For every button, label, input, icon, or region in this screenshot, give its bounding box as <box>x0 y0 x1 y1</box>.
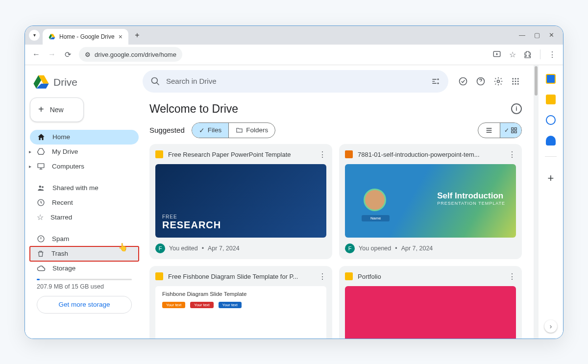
search-options-icon[interactable] <box>431 76 441 86</box>
more-options-icon[interactable]: ⋮ <box>318 272 326 281</box>
list-view-button[interactable] <box>478 123 500 138</box>
settings-icon[interactable] <box>493 76 503 86</box>
drive-logo[interactable]: Drive <box>30 70 139 97</box>
sidebar-item-trash[interactable]: Trash <box>30 246 139 261</box>
svg-point-6 <box>152 77 158 83</box>
maximize-button[interactable]: ▢ <box>534 31 540 39</box>
back-button[interactable]: ← <box>32 50 41 59</box>
file-card[interactable]: 7881-01-self-introduction-powerpoint-tem… <box>339 144 522 259</box>
plus-icon: + <box>38 104 44 115</box>
app-window: ▾ Home - Google Drive × + — ▢ ✕ ← → ⟳ ⚙ … <box>24 25 564 339</box>
folders-toggle[interactable]: Folders <box>228 123 275 138</box>
files-label: Files <box>208 126 222 134</box>
file-thumbnail: Name Self Introduction PRESENTATION TEMP… <box>345 164 516 238</box>
keep-icon[interactable] <box>546 95 556 104</box>
svg-point-7 <box>460 77 467 85</box>
sidebar-item-label: Shared with me <box>52 184 98 192</box>
new-tab-button[interactable]: + <box>130 28 144 42</box>
svg-point-18 <box>517 83 519 84</box>
file-title: Free Fishbone Diagram Slide Template for… <box>168 273 314 280</box>
sidebar-item-computers[interactable]: ▸ Computers <box>30 159 139 174</box>
tab-search-button[interactable]: ▾ <box>29 30 40 41</box>
help-icon[interactable] <box>476 76 486 86</box>
search-input[interactable]: Search in Drive <box>143 70 448 93</box>
file-card[interactable]: Free Fishbone Diagram Slide Template for… <box>149 266 332 339</box>
site-settings-icon[interactable]: ⚙ <box>85 51 91 58</box>
url-field[interactable]: ⚙ drive.google.com/drive/home <box>79 47 182 62</box>
svg-point-12 <box>517 78 519 79</box>
close-window-button[interactable]: ✕ <box>549 31 554 39</box>
info-button[interactable]: i <box>511 103 522 114</box>
sidebar-item-label: Computers <box>52 163 84 170</box>
scrollbar-thumb[interactable] <box>535 66 538 96</box>
check-icon: ✓ <box>199 126 205 134</box>
side-panel: + › <box>539 65 563 339</box>
check-icon: ✓ <box>504 127 509 134</box>
list-icon <box>485 126 493 134</box>
sidebar-item-shared[interactable]: Shared with me <box>30 181 139 195</box>
get-more-storage-button[interactable]: Get more storage <box>37 296 132 314</box>
contacts-icon[interactable] <box>546 136 556 146</box>
grid-view-button[interactable]: ✓ <box>500 123 521 138</box>
reload-button[interactable]: ⟳ <box>63 50 72 59</box>
sidebar: Drive + New Home ▸ My Drive ▸ Computers <box>25 65 143 339</box>
file-title: Portfolio <box>358 273 503 280</box>
sidebar-item-spam[interactable]: Spam <box>30 232 139 246</box>
get-addons-button[interactable]: + <box>548 172 554 185</box>
close-tab-icon[interactable]: × <box>119 33 122 41</box>
minimize-button[interactable]: — <box>519 31 525 39</box>
user-avatar: F <box>155 243 165 253</box>
svg-rect-1 <box>38 164 44 168</box>
svg-point-16 <box>512 83 514 84</box>
browser-menu-icon[interactable]: ⋮ <box>548 50 556 59</box>
sidebar-item-label: Starred <box>50 214 72 221</box>
powerpoint-icon <box>345 150 353 158</box>
calendar-icon[interactable] <box>546 74 556 84</box>
slides-icon <box>345 272 353 280</box>
star-icon: ☆ <box>37 213 44 222</box>
browser-tab[interactable]: Home - Google Drive × <box>43 29 128 45</box>
bookmark-icon[interactable]: ☆ <box>509 50 516 59</box>
expand-icon[interactable]: ▸ <box>29 149 31 154</box>
file-meta-date: Apr 7, 2024 <box>208 245 240 252</box>
more-options-icon[interactable]: ⋮ <box>508 272 516 281</box>
expand-icon[interactable]: ▸ <box>29 164 31 169</box>
extensions-icon[interactable] <box>524 50 532 59</box>
svg-point-2 <box>39 185 42 188</box>
spam-icon <box>37 235 45 243</box>
cloud-icon <box>37 264 46 273</box>
tasks-icon[interactable] <box>546 115 556 125</box>
apps-icon[interactable] <box>511 77 520 86</box>
sidebar-item-starred[interactable]: ☆ Starred <box>30 210 139 225</box>
sidebar-item-my-drive[interactable]: ▸ My Drive <box>30 145 139 159</box>
scrollbar[interactable] <box>534 65 539 339</box>
window-controls: — ▢ ✕ <box>519 31 559 39</box>
sidebar-item-label: Storage <box>52 265 75 272</box>
svg-point-13 <box>512 80 514 82</box>
sidebar-item-label: My Drive <box>52 148 78 155</box>
sidebar-item-home[interactable]: Home <box>30 130 139 145</box>
sidebar-item-storage[interactable]: Storage <box>30 261 139 276</box>
svg-rect-20 <box>514 127 516 129</box>
more-options-icon[interactable]: ⋮ <box>508 150 516 159</box>
new-button[interactable]: + New <box>30 97 84 122</box>
file-thumbnail: FREE RESEARCH <box>155 164 326 238</box>
file-card[interactable]: Free Research Paper PowerPoint Template … <box>149 144 332 259</box>
offline-ready-icon[interactable] <box>458 76 468 86</box>
search-placeholder: Search in Drive <box>166 77 217 85</box>
file-thumbnail: Fishbone Diagram Slide Template Your tex… <box>155 286 326 339</box>
files-toggle[interactable]: ✓ Files <box>192 123 229 138</box>
file-card[interactable]: Portfolio ⋮ Your Name <box>339 266 522 339</box>
more-options-icon[interactable]: ⋮ <box>318 150 326 159</box>
new-button-label: New <box>50 106 64 114</box>
home-icon <box>37 133 46 142</box>
slides-icon <box>155 272 163 280</box>
people-icon <box>37 184 46 193</box>
hide-side-panel-button[interactable]: › <box>544 320 557 333</box>
cards-grid: Free Research Paper PowerPoint Template … <box>143 144 534 339</box>
sidebar-item-recent[interactable]: Recent <box>30 195 139 210</box>
forward-button[interactable]: → <box>48 50 56 59</box>
file-title: Free Research Paper PowerPoint Template <box>168 151 314 158</box>
install-app-icon[interactable] <box>492 50 501 59</box>
sidebar-item-label: Trash <box>51 250 68 257</box>
